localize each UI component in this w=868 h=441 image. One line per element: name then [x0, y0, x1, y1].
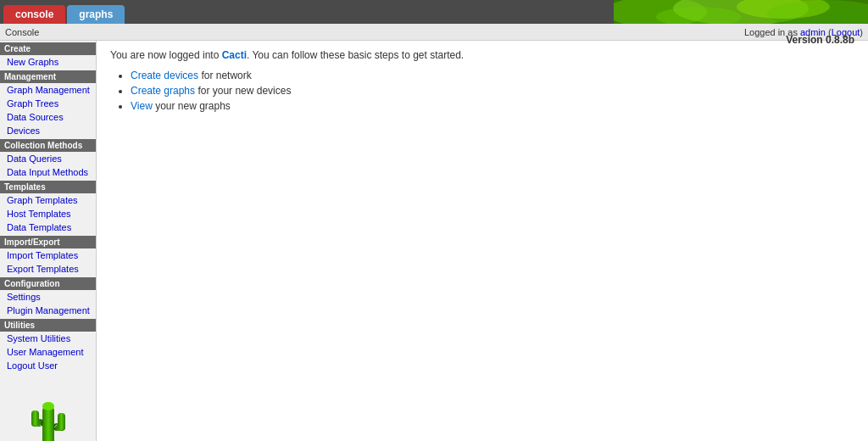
create-devices-link[interactable]: Create devices: [131, 70, 198, 81]
settings-link[interactable]: Settings: [0, 290, 96, 304]
devices-link[interactable]: Devices: [0, 124, 96, 137]
step-2: Create graphs for your new devices: [131, 85, 854, 97]
logout-user-link[interactable]: Logout User: [0, 359, 96, 372]
data-templates-link[interactable]: Data Templates: [0, 220, 96, 234]
graph-management-link[interactable]: Graph Management: [0, 83, 96, 97]
graph-templates-link[interactable]: Graph Templates: [0, 193, 96, 207]
graph-trees-link[interactable]: Graph Trees: [0, 97, 96, 110]
content-area: Version 0.8.8b You are now logged into C…: [97, 41, 868, 441]
svg-line-18: [40, 412, 42, 415]
main-layout: CreateNew GraphsManagementGraph Manageme…: [0, 41, 868, 441]
data-input-methods-link[interactable]: Data Input Methods: [0, 165, 96, 179]
export-templates-link[interactable]: Export Templates: [0, 262, 96, 276]
graphs-tab[interactable]: graphs: [67, 5, 125, 24]
top-nav: console graphs: [0, 0, 868, 24]
sidebar-section-configuration: Configuration: [0, 277, 96, 290]
view-graphs-link[interactable]: View: [131, 100, 153, 112]
version-label: Version 0.8.8b: [786, 34, 854, 46]
step-3: View your new graphs: [131, 100, 854, 112]
steps-list: Create devices for network Create graphs…: [131, 70, 854, 112]
sidebar-section-import-export: Import/Export: [0, 236, 96, 248]
svg-rect-12: [58, 413, 65, 430]
system-utilities-link[interactable]: System Utilities: [0, 332, 96, 345]
svg-line-14: [29, 410, 31, 413]
data-sources-link[interactable]: Data Sources: [0, 110, 96, 124]
svg-line-15: [29, 415, 31, 416]
svg-rect-8: [42, 406, 54, 441]
cacti-link[interactable]: Cacti: [222, 49, 247, 61]
svg-point-13: [42, 402, 54, 410]
sidebar-section-collection-methods: Collection Methods: [0, 139, 96, 152]
console-label: Console: [5, 27, 39, 37]
import-templates-link[interactable]: Import Templates: [0, 248, 96, 262]
svg-line-19: [54, 412, 57, 415]
sidebar-section-templates: Templates: [0, 181, 96, 193]
nav-decoration: [614, 0, 868, 24]
new-graphs-link[interactable]: New Graphs: [0, 55, 96, 69]
create-graphs-link[interactable]: Create graphs: [131, 85, 195, 97]
sidebar-section-create: Create: [0, 42, 96, 55]
sidebar-section-utilities: Utilities: [0, 319, 96, 332]
intro-text: You are now logged into Cacti. You can f…: [110, 49, 854, 61]
sidebar: CreateNew GraphsManagementGraph Manageme…: [0, 41, 97, 441]
cactus-icon: [23, 389, 74, 441]
sidebar-section-management: Management: [0, 70, 96, 83]
svg-rect-10: [31, 410, 39, 426]
user-management-link[interactable]: User Management: [0, 345, 96, 359]
plugin-management-link[interactable]: Plugin Management: [0, 304, 96, 317]
svg-line-17: [65, 418, 68, 420]
data-queries-link[interactable]: Data Queries: [0, 152, 96, 165]
cactus-container: [0, 372, 96, 441]
console-tab[interactable]: console: [3, 5, 65, 24]
status-bar: Console Logged in as admin (Logout): [0, 24, 868, 41]
svg-line-16: [65, 414, 68, 416]
step-1: Create devices for network: [131, 70, 854, 81]
host-templates-link[interactable]: Host Templates: [0, 207, 96, 220]
